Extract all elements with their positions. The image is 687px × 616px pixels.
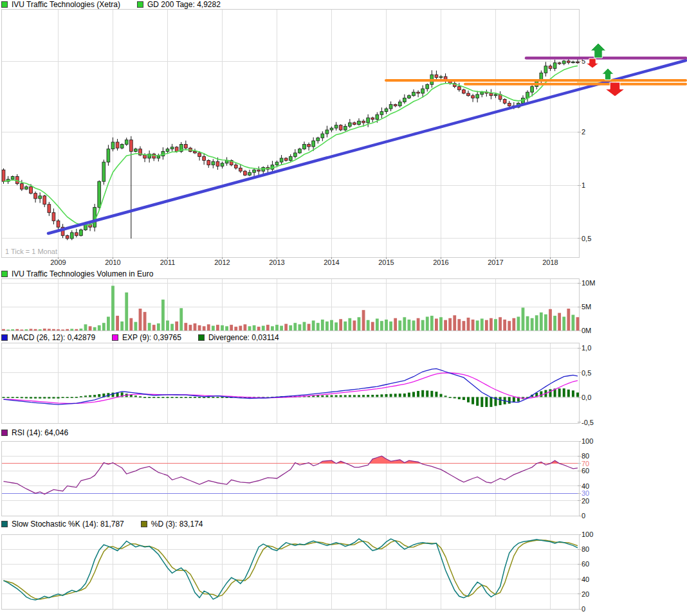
svg-text:0: 0 <box>582 512 585 520</box>
legend-item: %D (3): 83,174 <box>141 520 203 529</box>
svg-text:1,0: 1,0 <box>582 344 591 352</box>
series-label: MACD (26, 12): 0,42879 <box>12 333 95 342</box>
arrow-up-icon <box>602 68 614 80</box>
tick-note: 1 Tick = 1 Monat <box>5 248 57 255</box>
svg-text:2015: 2015 <box>378 258 394 266</box>
percent-k-line <box>4 539 578 600</box>
svg-text:2009: 2009 <box>50 258 66 266</box>
svg-text:70: 70 <box>582 460 589 467</box>
svg-text:2013: 2013 <box>269 258 284 266</box>
svg-text:5M: 5M <box>582 303 591 311</box>
series-label: GD 200 Tage: 4,9282 <box>147 0 221 9</box>
legend-item: IVU Traffic Technologies Volumen in Euro <box>1 269 153 278</box>
series-label: IVU Traffic Technologies Volumen in Euro <box>12 269 153 278</box>
series-label: Divergence: 0,03114 <box>208 333 279 342</box>
legend-item: MACD (26, 12): 0,42879 <box>1 333 95 342</box>
svg-text:20: 20 <box>582 590 589 598</box>
svg-text:0,0: 0,0 <box>582 394 591 401</box>
legend-item: RSI (14): 64,046 <box>1 428 68 437</box>
arrow-up-icon <box>591 43 606 58</box>
series-swatch-icon <box>1 430 8 436</box>
volume-bars <box>2 285 579 331</box>
svg-text:40: 40 <box>582 575 589 583</box>
svg-text:60: 60 <box>582 467 589 475</box>
stochastic-legend: Slow Stochastic %K (14): 81,787 %D (3): … <box>1 520 219 529</box>
svg-text:60: 60 <box>582 560 589 568</box>
svg-text:0,5: 0,5 <box>582 369 591 377</box>
rsi-panel[interactable]: 1008070604030200 <box>1 437 593 520</box>
series-swatch-icon <box>137 1 143 8</box>
svg-text:2011: 2011 <box>160 258 176 266</box>
gd200-line <box>4 66 578 225</box>
svg-text:2016: 2016 <box>433 258 448 266</box>
price-legend: IVU Traffic Technologies (Xetra) GD 200 … <box>1 0 237 9</box>
svg-text:80: 80 <box>582 452 589 460</box>
svg-text:-0,5: -0,5 <box>582 419 594 426</box>
svg-text:2017: 2017 <box>488 258 503 266</box>
series-label: IVU Traffic Technologies (Xetra) <box>12 0 120 9</box>
svg-text:1: 1 <box>582 181 585 189</box>
svg-text:80: 80 <box>582 545 589 553</box>
svg-text:20: 20 <box>582 497 589 505</box>
price-panel[interactable]: 5210,51 Tick = 1 Monat <box>1 9 686 257</box>
legend-item: IVU Traffic Technologies (Xetra) <box>1 0 120 9</box>
legend-item: EXP (9): 0,39765 <box>112 333 181 342</box>
macd-panel[interactable]: 1,00,50,0-0,5 <box>1 343 594 426</box>
svg-text:2014: 2014 <box>324 258 339 266</box>
series-swatch-icon <box>1 1 8 8</box>
svg-text:40: 40 <box>582 482 589 490</box>
svg-text:2010: 2010 <box>105 258 120 266</box>
svg-text:0: 0 <box>582 605 585 613</box>
series-swatch-icon <box>1 271 8 277</box>
series-swatch-icon <box>112 334 118 341</box>
legend-item: Slow Stochastic %K (14): 81,787 <box>1 520 124 529</box>
volume-panel[interactable]: 10M5M0M <box>1 278 595 334</box>
stoch-panel[interactable]: 100806040200 <box>1 530 593 613</box>
rsi-legend: RSI (14): 64,046 <box>1 428 85 437</box>
svg-text:0M: 0M <box>582 327 591 334</box>
svg-text:2: 2 <box>582 128 585 136</box>
legend-item: Divergence: 0,03114 <box>198 333 279 342</box>
series-swatch-icon <box>141 521 147 527</box>
svg-text:10M: 10M <box>582 279 595 287</box>
x-axis: 2009201020112012201320142015201620172018 <box>50 257 558 266</box>
signal-arrows <box>586 43 625 96</box>
series-swatch-icon <box>198 334 205 341</box>
rsi-overbought-fill <box>4 456 578 494</box>
legend-item: GD 200 Tage: 4,9282 <box>137 0 221 9</box>
svg-text:30: 30 <box>582 489 589 497</box>
series-swatch-icon <box>1 521 8 527</box>
svg-text:0,5: 0,5 <box>582 235 591 242</box>
volume-legend: IVU Traffic Technologies Volumen in Euro <box>1 269 170 278</box>
macd-legend: MACD (26, 12): 0,42879 EXP (9): 0,39765 … <box>1 333 296 342</box>
arrow-down-icon <box>586 59 599 68</box>
series-label: EXP (9): 0,39765 <box>122 333 181 342</box>
svg-text:100: 100 <box>582 530 593 538</box>
rsi-line <box>4 456 578 494</box>
series-label: %D (3): 83,174 <box>151 520 203 529</box>
series-swatch-icon <box>1 334 8 341</box>
trendline <box>48 60 686 233</box>
svg-text:2018: 2018 <box>542 258 558 266</box>
chart-root: 5210,51 Tick = 1 Monat10M5M0M1,00,50,0-0… <box>0 0 687 616</box>
series-label: Slow Stochastic %K (14): 81,787 <box>12 520 124 529</box>
svg-text:2012: 2012 <box>214 258 230 266</box>
svg-text:100: 100 <box>582 437 593 445</box>
series-label: RSI (14): 64,046 <box>12 428 68 437</box>
